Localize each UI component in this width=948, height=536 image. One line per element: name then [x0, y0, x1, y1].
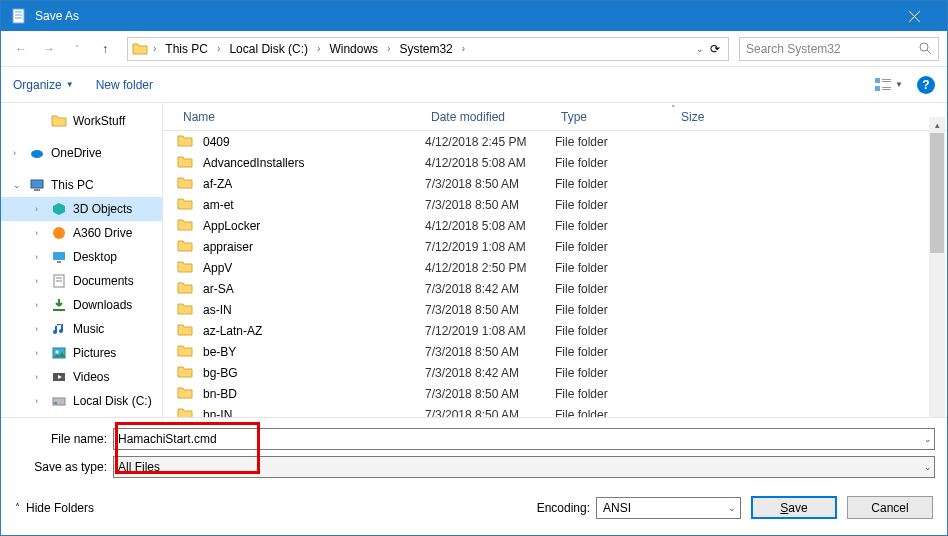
- file-row[interactable]: bg-BG7/3/2018 8:42 AMFile folder: [163, 362, 947, 383]
- file-date: 4/12/2018 2:50 PM: [425, 261, 555, 275]
- desktop-icon: [51, 249, 67, 265]
- file-row[interactable]: af-ZA7/3/2018 8:50 AMFile folder: [163, 173, 947, 194]
- file-type: File folder: [555, 156, 675, 170]
- expand-arrow-icon[interactable]: ›: [35, 276, 45, 286]
- file-row[interactable]: appraiser7/12/2019 1:08 AMFile folder: [163, 236, 947, 257]
- up-button[interactable]: ↑: [93, 37, 117, 61]
- file-row[interactable]: as-IN7/3/2018 8:50 AMFile folder: [163, 299, 947, 320]
- file-row[interactable]: AppLocker4/12/2018 5:08 AMFile folder: [163, 215, 947, 236]
- folder-tree[interactable]: WorkStuff›OneDrive⌄This PC›3D Objects›A3…: [1, 103, 163, 417]
- save-button[interactable]: Save: [751, 496, 837, 519]
- file-row[interactable]: ar-SA7/3/2018 8:42 AMFile folder: [163, 278, 947, 299]
- tree-item-pictures[interactable]: ›Pictures: [1, 341, 162, 365]
- file-row[interactable]: AppV4/12/2018 2:50 PMFile folder: [163, 257, 947, 278]
- history-dropdown[interactable]: ⌄: [696, 44, 704, 54]
- file-type: File folder: [555, 198, 675, 212]
- pictures-icon: [51, 345, 67, 361]
- expand-arrow-icon[interactable]: ›: [35, 300, 45, 310]
- file-name: bg-BG: [203, 366, 425, 380]
- encoding-select[interactable]: ANSI⌄: [596, 497, 741, 519]
- new-folder-button[interactable]: New folder: [96, 78, 153, 92]
- expand-arrow-icon[interactable]: ›: [35, 228, 45, 238]
- expand-arrow-icon[interactable]: ›: [35, 204, 45, 214]
- window-title: Save As: [35, 9, 892, 23]
- tree-item-label: Local Disk (C:): [73, 394, 152, 408]
- breadcrumb-item[interactable]: Windows: [325, 42, 382, 56]
- file-date: 7/3/2018 8:42 AM: [425, 366, 555, 380]
- tree-item-a360-drive[interactable]: ›A360 Drive: [1, 221, 162, 245]
- cancel-button[interactable]: Cancel: [847, 496, 933, 519]
- tree-item-label: WorkStuff: [73, 114, 125, 128]
- tree-item-local-disk-c-[interactable]: ›Local Disk (C:): [1, 389, 162, 413]
- vertical-scrollbar[interactable]: ▴ ▾: [929, 133, 945, 415]
- expand-arrow-icon[interactable]: ⌄: [13, 180, 23, 190]
- breadcrumb-item[interactable]: Local Disk (C:): [225, 42, 312, 56]
- search-icon: [919, 42, 932, 55]
- file-date: 4/12/2018 5:08 AM: [425, 156, 555, 170]
- tree-item-music[interactable]: ›Music: [1, 317, 162, 341]
- tree-item-label: Downloads: [73, 298, 132, 312]
- file-row[interactable]: 04094/12/2018 2:45 PMFile folder: [163, 131, 947, 152]
- scroll-up-arrow[interactable]: ▴: [929, 117, 945, 133]
- tree-item-this-pc[interactable]: ⌄This PC: [1, 173, 162, 197]
- expand-arrow-icon[interactable]: ›: [35, 396, 45, 406]
- hide-folders-button[interactable]: ˄Hide Folders: [15, 501, 94, 515]
- forward-button[interactable]: →: [37, 37, 61, 61]
- search-input[interactable]: Search System32: [739, 37, 939, 61]
- folder-icon: [177, 406, 195, 418]
- file-row[interactable]: bn-BD7/3/2018 8:50 AMFile folder: [163, 383, 947, 404]
- refresh-button[interactable]: ⟳: [710, 42, 720, 56]
- breadcrumb-item[interactable]: System32: [395, 42, 456, 56]
- expand-arrow-icon[interactable]: ›: [35, 348, 45, 358]
- saveastype-select[interactable]: All Files⌄: [113, 456, 935, 478]
- filename-input[interactable]: HamachiStart.cmd⌄: [113, 428, 935, 450]
- chevron-right-icon: ›: [459, 43, 468, 54]
- view-options-button[interactable]: ▼: [875, 78, 903, 92]
- tree-item-videos[interactable]: ›Videos: [1, 365, 162, 389]
- expand-arrow-icon[interactable]: ›: [13, 148, 23, 158]
- saveastype-label: Save as type:: [13, 460, 113, 474]
- help-button[interactable]: ?: [917, 76, 935, 94]
- svg-rect-23: [53, 309, 65, 311]
- svg-rect-8: [875, 78, 880, 83]
- chevron-down-icon[interactable]: ⌄: [924, 462, 932, 472]
- tree-item-downloads[interactable]: ›Downloads: [1, 293, 162, 317]
- folder-icon: [177, 154, 195, 172]
- tree-item-documents[interactable]: ›Documents: [1, 269, 162, 293]
- file-row[interactable]: bn-IN7/3/2018 8:50 AMFile folder: [163, 404, 947, 417]
- tree-item-3d-objects[interactable]: ›3D Objects: [1, 197, 162, 221]
- folder-icon: [177, 385, 195, 403]
- tree-item-label: Videos: [73, 370, 109, 384]
- expand-arrow-icon[interactable]: ›: [35, 324, 45, 334]
- file-type: File folder: [555, 324, 675, 338]
- tree-item-onedrive[interactable]: ›OneDrive: [1, 141, 162, 165]
- chevron-down-icon[interactable]: ⌄: [728, 503, 736, 513]
- file-list[interactable]: ˄ Name Date modified Type Size 04094/12/…: [163, 103, 947, 417]
- file-name: AdvancedInstallers: [203, 156, 425, 170]
- address-bar[interactable]: › This PC › Local Disk (C:) › Windows › …: [127, 37, 729, 61]
- chevron-right-icon: ›: [214, 43, 223, 54]
- recent-locations-button[interactable]: ˅: [65, 37, 89, 61]
- file-date: 7/3/2018 8:50 AM: [425, 198, 555, 212]
- back-button[interactable]: ←: [9, 37, 33, 61]
- 3d-icon: [51, 201, 67, 217]
- expand-arrow-icon[interactable]: ›: [35, 252, 45, 262]
- scrollbar-thumb[interactable]: [930, 133, 944, 253]
- folder-icon: [177, 301, 195, 319]
- tree-item-desktop[interactable]: ›Desktop: [1, 245, 162, 269]
- tree-item-workstuff[interactable]: WorkStuff: [1, 109, 162, 133]
- file-row[interactable]: AdvancedInstallers4/12/2018 5:08 AMFile …: [163, 152, 947, 173]
- chevron-down-icon[interactable]: ⌄: [924, 434, 932, 444]
- file-name: be-BY: [203, 345, 425, 359]
- file-row[interactable]: az-Latn-AZ7/12/2019 1:08 AMFile folder: [163, 320, 947, 341]
- expand-arrow-icon[interactable]: ›: [35, 372, 45, 382]
- close-button[interactable]: [892, 1, 937, 31]
- file-date: 7/3/2018 8:42 AM: [425, 282, 555, 296]
- file-row[interactable]: am-et7/3/2018 8:50 AMFile folder: [163, 194, 947, 215]
- title-bar: Save As: [1, 1, 947, 31]
- breadcrumb-item[interactable]: This PC: [161, 42, 212, 56]
- folder-icon: [177, 343, 195, 361]
- organize-menu[interactable]: Organize▼: [13, 78, 74, 92]
- file-row[interactable]: be-BY7/3/2018 8:50 AMFile folder: [163, 341, 947, 362]
- file-date: 7/3/2018 8:50 AM: [425, 303, 555, 317]
